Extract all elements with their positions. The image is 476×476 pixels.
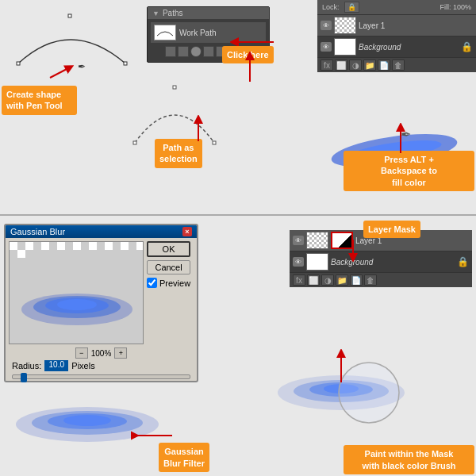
toolbar-btn-1[interactable]	[165, 46, 176, 57]
dialog-close-btn[interactable]: ×	[182, 227, 192, 236]
layers-footer-top: fx ⬜ ◑ 📁 📄 🗑	[317, 58, 476, 72]
new-btn-b[interactable]: 📄	[350, 274, 363, 286]
layer-mask-arrow	[341, 238, 365, 262]
svg-rect-2	[68, 14, 71, 17]
background-thumb-bottom	[306, 253, 328, 271]
folder-btn-b[interactable]: 📁	[336, 274, 348, 286]
press-alt-arrow	[389, 123, 413, 155]
svg-rect-26	[89, 242, 97, 250]
cancel-btn[interactable]: Cancel	[147, 260, 190, 274]
layer1-eye-bottom[interactable]: 👁	[293, 236, 304, 245]
dialog-title-bar: Gaussian Blur ×	[6, 225, 197, 238]
layers-footer-bottom: fx ⬜ ◑ 📁 📄 🗑	[290, 273, 472, 287]
layer-1-thumb	[334, 17, 356, 34]
svg-point-38	[57, 299, 97, 310]
paint-arrow	[329, 349, 353, 385]
svg-rect-17	[17, 242, 25, 250]
svg-rect-27	[97, 242, 105, 250]
background-mask-row[interactable]: 👁 Background 🔒	[290, 251, 472, 273]
svg-rect-34	[17, 250, 25, 258]
svg-point-42	[63, 415, 111, 426]
section-divider	[0, 214, 476, 216]
background-eye-bottom[interactable]: 👁	[293, 257, 304, 267]
background-row[interactable]: 👁 Background 🔒	[317, 36, 476, 58]
adj-btn[interactable]: ◑	[349, 60, 362, 71]
svg-rect-20	[41, 242, 49, 250]
svg-rect-11	[133, 141, 136, 144]
zoom-in-btn[interactable]: +	[114, 347, 127, 359]
svg-rect-15	[10, 242, 144, 344]
press-alt-label: Press ALT + Backspace to fill color	[344, 151, 474, 191]
preview-checkbox[interactable]	[147, 278, 157, 288]
delete-btn[interactable]: 🗑	[392, 60, 405, 71]
path-selection-label: Path as selection	[155, 139, 202, 168]
svg-text:✒: ✒	[78, 61, 86, 72]
click-here-arrow	[234, 52, 274, 83]
svg-rect-1	[124, 62, 127, 65]
pen-curve-svg: ✒	[6, 8, 133, 87]
toolbar-btn-3[interactable]	[190, 46, 202, 57]
svg-rect-18	[25, 242, 33, 250]
svg-rect-25	[81, 242, 89, 250]
layer1-content-thumb	[306, 232, 328, 249]
layers-lock-row: Lock: 🔒 Fill: 100%	[317, 0, 476, 15]
adj-btn-b[interactable]: ◑	[321, 274, 334, 286]
svg-rect-21	[49, 242, 57, 250]
layer-1-eye[interactable]: 👁	[321, 21, 332, 30]
paths-panel-title: ▼ Paths	[148, 7, 269, 19]
paint-label: Paint within the Mask with black color B…	[344, 445, 474, 474]
delete-btn-b[interactable]: 🗑	[364, 274, 377, 286]
gaussian-arrow	[131, 426, 175, 446]
svg-rect-33	[10, 250, 17, 258]
work-path-thumbnail	[154, 25, 176, 40]
layers-panel-top: Lock: 🔒 Fill: 100% 👁 Layer 1 👁 Backgroun…	[317, 0, 476, 72]
svg-line-4	[50, 67, 70, 78]
layer-mask-label: Layer Mask	[363, 221, 420, 238]
radius-slider[interactable]	[12, 374, 190, 379]
svg-rect-24	[73, 242, 81, 250]
svg-rect-28	[105, 242, 113, 250]
svg-rect-22	[57, 242, 65, 250]
gaussian-blur-label: Gaussian Blur Filter	[159, 443, 209, 472]
mask-btn[interactable]: ⬜	[335, 60, 347, 71]
preview-checkbox-row: Preview	[147, 278, 190, 288]
svg-rect-23	[65, 242, 73, 250]
toolbar-btn-2[interactable]	[178, 46, 189, 57]
svg-rect-19	[33, 242, 41, 250]
fx-btn[interactable]: fx	[321, 60, 333, 71]
path-sel-arrow	[182, 115, 214, 143]
zoom-out-btn[interactable]: −	[75, 347, 88, 359]
svg-rect-16	[10, 242, 17, 250]
new-btn[interactable]: 📄	[378, 60, 390, 71]
dialog-buttons: OK Cancel Preview	[147, 241, 190, 344]
svg-rect-31	[129, 242, 136, 250]
layers-panel-bottom: 👁 Layer 1 👁 Background 🔒 fx ⬜ ◑ 📁 📄 🗑	[290, 230, 472, 287]
ok-btn[interactable]: OK	[147, 241, 190, 257]
svg-rect-29	[113, 242, 121, 250]
gaussian-dialog: Gaussian Blur ×	[4, 224, 198, 382]
svg-rect-13	[173, 86, 176, 89]
zoom-row: − 100% +	[6, 347, 197, 359]
background-thumb	[334, 38, 356, 56]
svg-rect-0	[17, 62, 20, 65]
background-eye[interactable]: 👁	[321, 42, 332, 52]
folder-btn[interactable]: 📁	[363, 60, 376, 71]
svg-rect-32	[136, 242, 144, 250]
radius-row: Radius: 10.0 Pixels	[6, 359, 197, 373]
svg-rect-30	[121, 242, 129, 250]
pen-tool-label: Create shape with Pen Tool	[2, 86, 77, 115]
slider-thumb[interactable]	[21, 373, 27, 382]
radius-input[interactable]: 10.0	[44, 360, 68, 371]
dialog-preview	[9, 241, 144, 344]
layer-1-row[interactable]: 👁 Layer 1	[317, 15, 476, 36]
toolbar-btn-4[interactable]	[203, 46, 214, 57]
fx-btn-b[interactable]: fx	[293, 274, 305, 286]
mask-btn-b[interactable]: ⬜	[307, 274, 320, 286]
background-lock-bottom: 🔒	[457, 256, 469, 267]
background-lock: 🔒	[461, 41, 473, 52]
